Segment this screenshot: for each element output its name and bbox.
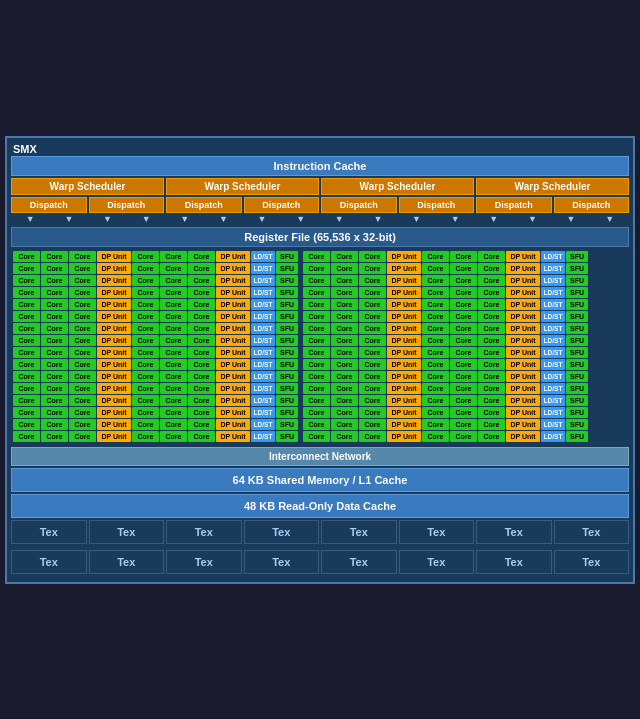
core-cell: Core (160, 371, 187, 382)
core-cell: Core (331, 407, 358, 418)
core-cell: Core (303, 251, 330, 262)
dp-cell: DP Unit (506, 335, 540, 346)
core-cell: Core (160, 359, 187, 370)
core-cell: Core (331, 251, 358, 262)
core-cell: Core (422, 287, 449, 298)
core-row: CoreCoreCoreDP UnitCoreCoreCoreDP UnitLD… (13, 323, 627, 334)
ldst-cell: LD/ST (251, 359, 275, 370)
smx-container: SMX Instruction Cache Warp Scheduler War… (5, 136, 635, 584)
core-cell: Core (303, 323, 330, 334)
dp-cell: DP Unit (216, 419, 250, 430)
ldst-cell: LD/ST (251, 275, 275, 286)
core-cell: Core (422, 383, 449, 394)
sfu-cell: SFU (566, 419, 588, 430)
core-cell: Core (303, 383, 330, 394)
ldst-cell: LD/ST (541, 311, 565, 322)
tex-cell: Tex (399, 550, 475, 574)
core-cell: Core (132, 347, 159, 358)
core-cell: Core (303, 347, 330, 358)
tex-cell: Tex (476, 520, 552, 544)
core-cell: Core (13, 299, 40, 310)
warp-scheduler-1: Warp Scheduler (11, 178, 164, 195)
dp-cell: DP Unit (97, 347, 131, 358)
sfu-cell: SFU (276, 299, 298, 310)
tex-row: TexTexTexTexTexTexTexTex (11, 550, 629, 576)
arrow-14: ▼ (528, 214, 537, 224)
tex-row: TexTexTexTexTexTexTexTex (11, 520, 629, 546)
warp-scheduler-4: Warp Scheduler (476, 178, 629, 195)
core-cell: Core (450, 431, 477, 442)
core-cell: Core (13, 383, 40, 394)
core-cell: Core (188, 383, 215, 394)
dp-cell: DP Unit (387, 299, 421, 310)
core-cell: Core (303, 395, 330, 406)
core-cell: Core (188, 275, 215, 286)
ldst-cell: LD/ST (541, 263, 565, 274)
core-cell: Core (69, 371, 96, 382)
core-cell: Core (359, 431, 386, 442)
tex-cell: Tex (321, 520, 397, 544)
ldst-cell: LD/ST (541, 251, 565, 262)
arrow-5: ▼ (180, 214, 189, 224)
core-cell: Core (188, 419, 215, 430)
dp-cell: DP Unit (387, 323, 421, 334)
sfu-cell: SFU (566, 395, 588, 406)
core-cell: Core (478, 275, 505, 286)
ldst-cell: LD/ST (251, 371, 275, 382)
dp-cell: DP Unit (506, 311, 540, 322)
dispatch-5: Dispatch (321, 197, 397, 213)
core-cell: Core (69, 395, 96, 406)
dp-cell: DP Unit (387, 311, 421, 322)
core-cell: Core (188, 371, 215, 382)
core-cell: Core (359, 371, 386, 382)
sfu-cell: SFU (276, 347, 298, 358)
sfu-cell: SFU (566, 287, 588, 298)
core-cell: Core (478, 383, 505, 394)
core-cell: Core (478, 395, 505, 406)
sfu-cell: SFU (276, 371, 298, 382)
ldst-cell: LD/ST (541, 299, 565, 310)
dp-cell: DP Unit (97, 371, 131, 382)
core-cell: Core (69, 299, 96, 310)
core-cell: Core (188, 407, 215, 418)
dp-cell: DP Unit (97, 419, 131, 430)
dp-cell: DP Unit (216, 299, 250, 310)
core-cell: Core (303, 299, 330, 310)
core-row: CoreCoreCoreDP UnitCoreCoreCoreDP UnitLD… (13, 287, 627, 298)
core-cell: Core (331, 395, 358, 406)
dp-cell: DP Unit (97, 299, 131, 310)
core-cell: Core (359, 335, 386, 346)
core-cell: Core (41, 323, 68, 334)
dp-cell: DP Unit (97, 359, 131, 370)
core-cell: Core (331, 371, 358, 382)
tex-cell: Tex (11, 520, 87, 544)
core-cell: Core (188, 395, 215, 406)
core-cell: Core (303, 275, 330, 286)
core-cell: Core (450, 419, 477, 430)
dp-cell: DP Unit (506, 407, 540, 418)
core-row: CoreCoreCoreDP UnitCoreCoreCoreDP UnitLD… (13, 419, 627, 430)
core-cell: Core (478, 323, 505, 334)
core-cell: Core (188, 359, 215, 370)
core-cell: Core (13, 275, 40, 286)
core-cell: Core (331, 263, 358, 274)
core-cell: Core (160, 311, 187, 322)
core-cell: Core (359, 383, 386, 394)
core-cell: Core (13, 359, 40, 370)
sfu-cell: SFU (566, 251, 588, 262)
core-cell: Core (331, 299, 358, 310)
tex-cell: Tex (554, 550, 630, 574)
core-cell: Core (41, 287, 68, 298)
core-cell: Core (160, 251, 187, 262)
tex-cell: Tex (476, 550, 552, 574)
ldst-cell: LD/ST (541, 359, 565, 370)
sfu-cell: SFU (566, 347, 588, 358)
dp-cell: DP Unit (506, 299, 540, 310)
warp-scheduler-row: Warp Scheduler Warp Scheduler Warp Sched… (11, 178, 629, 195)
dp-cell: DP Unit (387, 287, 421, 298)
core-cell: Core (450, 263, 477, 274)
core-cell: Core (69, 335, 96, 346)
warp-scheduler-3: Warp Scheduler (321, 178, 474, 195)
core-cell: Core (450, 347, 477, 358)
core-row: CoreCoreCoreDP UnitCoreCoreCoreDP UnitLD… (13, 251, 627, 262)
